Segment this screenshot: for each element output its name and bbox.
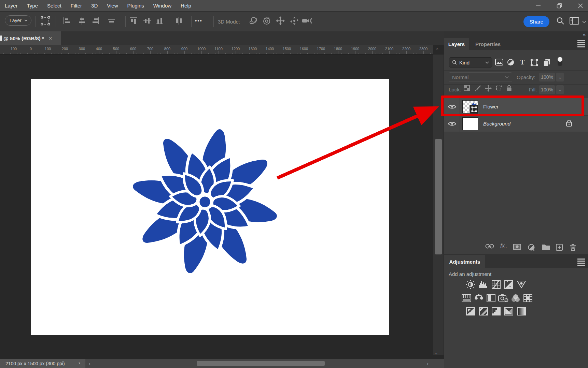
menu-item-type[interactable]: Type: [27, 3, 38, 9]
tab-adjustments[interactable]: Adjustments: [444, 255, 485, 268]
menu-item-window[interactable]: Window: [153, 3, 171, 9]
fx-icon[interactable]: fx⌄: [500, 242, 507, 249]
ruler-tick: [51, 53, 52, 54]
workspace-chevron-icon[interactable]: [582, 18, 586, 25]
share-button[interactable]: Share: [523, 16, 549, 27]
posterize-icon[interactable]: [479, 307, 488, 317]
lock-all-icon[interactable]: [506, 85, 512, 93]
tab-properties[interactable]: Properties: [472, 38, 504, 50]
align-left-icon[interactable]: [63, 17, 71, 26]
levels-icon[interactable]: [479, 280, 488, 290]
brightness-contrast-icon[interactable]: [466, 280, 475, 291]
layers-menu-icon[interactable]: [577, 40, 585, 47]
collapse-panel-icon[interactable]: »: [583, 32, 585, 38]
shape-filter-icon[interactable]: [530, 59, 538, 68]
3d-camera-icon[interactable]: [302, 17, 312, 26]
blend-mode-value: Normal: [452, 74, 468, 80]
menu-item-select[interactable]: Select: [47, 3, 61, 9]
menu-item-filter[interactable]: Filter: [71, 3, 82, 9]
close-icon[interactable]: [578, 3, 583, 9]
scroll-up-icon[interactable]: ›: [434, 48, 439, 50]
3d-rotate-icon[interactable]: [262, 16, 271, 27]
kind-filter-select[interactable]: Kind: [449, 57, 492, 68]
adjustments-menu-icon[interactable]: [577, 259, 585, 266]
visibility-eye-icon[interactable]: [444, 121, 460, 127]
align-center-horizontal-icon[interactable]: [78, 17, 86, 26]
exposure-icon[interactable]: [504, 280, 513, 290]
align-middle-icon[interactable]: [143, 17, 151, 26]
lock-crop-icon[interactable]: [495, 85, 502, 92]
invert-icon[interactable]: [466, 307, 475, 317]
adjustment-icon[interactable]: [528, 244, 535, 253]
layers-action-bar: fx⌄: [444, 241, 588, 254]
3d-orbit-icon[interactable]: [248, 16, 258, 27]
ruler-label: 1700: [317, 47, 325, 51]
scroll-down-icon[interactable]: ›: [434, 353, 439, 355]
layer-thumbnail-background[interactable]: [462, 117, 478, 130]
align-right-icon[interactable]: [92, 17, 99, 26]
tab-close-icon[interactable]: ×: [49, 35, 52, 41]
scroll-left-icon[interactable]: ‹: [89, 361, 90, 366]
layer-row-background[interactable]: Background: [444, 116, 588, 132]
document-info[interactable]: 2100 px x 1500 px (300 ppi) ›: [0, 359, 85, 368]
transform-icon[interactable]: [41, 16, 50, 27]
search-icon[interactable]: [556, 17, 564, 26]
smart-object-filter-icon[interactable]: [543, 59, 551, 68]
menu-item-3d[interactable]: 3D: [91, 3, 98, 9]
color-lookup-icon[interactable]: [523, 294, 532, 304]
canvas-area[interactable]: [0, 55, 444, 359]
document-tab[interactable]: @ 50% (RGB/8) * ×: [0, 31, 61, 45]
pixel-layer-filter-icon[interactable]: [495, 59, 503, 67]
ruler-label: 800: [164, 47, 170, 51]
threshold-icon[interactable]: [492, 307, 501, 317]
black-white-icon[interactable]: [487, 294, 495, 304]
folder-icon[interactable]: [542, 244, 550, 251]
distribute-horizontal-icon[interactable]: [175, 17, 183, 26]
ruler-tick: [355, 51, 355, 54]
3d-slide-icon[interactable]: [290, 16, 299, 27]
lock-move-icon[interactable]: [485, 85, 492, 93]
delete-icon[interactable]: [570, 244, 576, 252]
layer-type-select[interactable]: Layer: [5, 15, 31, 26]
3d-pan-icon[interactable]: [276, 16, 285, 27]
align-top-icon[interactable]: [108, 17, 115, 26]
minimize-icon[interactable]: [535, 3, 541, 9]
tab-layers[interactable]: Layers: [444, 38, 469, 50]
horizontal-scrollbar-thumb[interactable]: [197, 361, 325, 366]
lock-paint-icon[interactable]: [474, 85, 481, 93]
ruler-tick: [106, 53, 106, 54]
menubar: Layer Type Select Filter 3D View Plugins…: [0, 0, 588, 11]
chevron-down-icon: [485, 61, 489, 64]
vibrance-icon[interactable]: [517, 280, 526, 290]
ruler-tick: [365, 53, 366, 54]
gradient-map-icon[interactable]: [517, 307, 526, 317]
filter-pin-toggle[interactable]: [557, 57, 563, 68]
link-icon[interactable]: [485, 244, 494, 250]
adjustment-filter-icon[interactable]: [507, 59, 514, 67]
color-balance-icon[interactable]: [474, 294, 484, 304]
document-page[interactable]: [31, 79, 389, 335]
menu-item-plugins[interactable]: Plugins: [127, 3, 144, 9]
ruler-tick: [160, 53, 161, 54]
menu-item-layer[interactable]: Layer: [5, 3, 18, 9]
mask-icon[interactable]: [513, 244, 521, 251]
type-filter-icon[interactable]: T: [520, 58, 524, 66]
menu-item-help[interactable]: Help: [181, 3, 191, 9]
align-top-edges-icon[interactable]: [130, 17, 137, 26]
lock-transparency-icon[interactable]: [464, 85, 470, 92]
workspace-icon[interactable]: [570, 17, 579, 26]
more-options-button[interactable]: •••: [195, 18, 202, 24]
scroll-right-icon[interactable]: ›: [427, 361, 429, 366]
photo-filter-icon[interactable]: [498, 294, 508, 304]
restore-icon[interactable]: [557, 3, 562, 9]
status-expand-icon[interactable]: ›: [79, 360, 80, 366]
channel-mixer-icon[interactable]: [511, 294, 520, 304]
selective-color-icon[interactable]: [504, 307, 513, 317]
vertical-scrollbar-thumb[interactable]: [435, 139, 442, 254]
new-layer-icon[interactable]: [556, 244, 563, 252]
ruler-tick: [324, 53, 325, 54]
align-bottom-icon[interactable]: [156, 17, 164, 26]
hue-saturation-icon[interactable]: [462, 294, 471, 304]
curves-icon[interactable]: [492, 280, 501, 290]
menu-item-view[interactable]: View: [107, 3, 118, 9]
